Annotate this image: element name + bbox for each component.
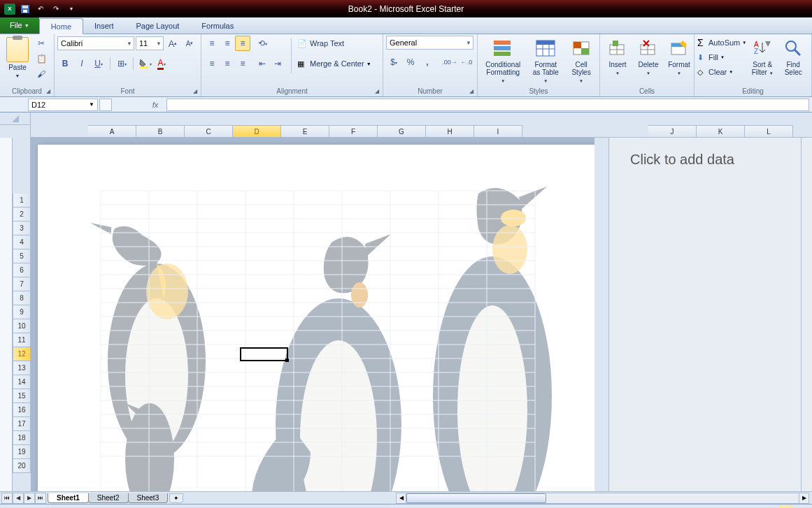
column-header-A[interactable]: A bbox=[88, 125, 136, 138]
column-header-G[interactable]: G bbox=[378, 125, 426, 138]
increase-decimal-icon[interactable]: .00→ bbox=[442, 55, 457, 70]
row-header-10[interactable]: 10 bbox=[13, 319, 31, 333]
number-launcher-icon[interactable]: ◢ bbox=[467, 87, 476, 95]
autosum-button[interactable]: Σ AutoSum▼ bbox=[697, 36, 746, 50]
formula-input[interactable] bbox=[166, 99, 809, 111]
shrink-font-icon[interactable]: A▾ bbox=[182, 36, 197, 51]
font-launcher-icon[interactable]: ◢ bbox=[191, 87, 199, 95]
normal-view-icon[interactable]: ▦ bbox=[763, 506, 777, 509]
sort-filter-button[interactable]: AZ Sort &Filter ▼ bbox=[748, 36, 777, 78]
column-header-H[interactable]: H bbox=[426, 125, 474, 138]
save-icon[interactable] bbox=[18, 2, 32, 16]
number-format-combo[interactable]: General▼ bbox=[386, 36, 473, 50]
column-header-D[interactable]: D bbox=[233, 125, 281, 138]
column-header-E[interactable]: E bbox=[281, 125, 329, 138]
clipboard-launcher-icon[interactable]: ◢ bbox=[44, 87, 52, 95]
cell-styles-button[interactable]: CellStyles ▼ bbox=[566, 36, 597, 85]
wrap-text-button[interactable]: 📄 Wrap Text bbox=[297, 36, 371, 51]
underline-button[interactable]: U▾ bbox=[91, 56, 106, 71]
row-header-17[interactable]: 17 bbox=[13, 417, 31, 431]
page-layout-view-icon[interactable]: ▤ bbox=[778, 506, 792, 509]
align-center-icon[interactable]: ≡ bbox=[220, 56, 235, 71]
align-top-icon[interactable]: ≡ bbox=[204, 36, 220, 51]
page-break-view-icon[interactable]: ▧ bbox=[794, 506, 808, 509]
font-name-combo[interactable]: Calibri▼ bbox=[57, 36, 134, 50]
worksheet-area[interactable] bbox=[31, 138, 594, 491]
format-as-table-button[interactable]: Formatas Table ▼ bbox=[527, 36, 564, 85]
column-header-C[interactable]: C bbox=[185, 125, 233, 138]
row-header-9[interactable]: 9 bbox=[13, 305, 31, 319]
qat-customize-icon[interactable]: ▾ bbox=[64, 2, 78, 16]
align-right-icon[interactable]: ≡ bbox=[235, 56, 250, 71]
tab-home[interactable]: Home bbox=[39, 18, 83, 34]
italic-button[interactable]: I bbox=[74, 56, 90, 71]
vertical-scrollbar[interactable] bbox=[801, 138, 812, 491]
alignment-launcher-icon[interactable]: ◢ bbox=[373, 87, 381, 95]
last-sheet-icon[interactable]: ⏭ bbox=[35, 493, 46, 504]
new-sheet-button[interactable]: ✦ bbox=[169, 493, 183, 503]
row-header-6[interactable]: 6 bbox=[13, 263, 31, 277]
select-all-corner[interactable] bbox=[0, 113, 31, 125]
cut-icon[interactable]: ✂ bbox=[34, 36, 49, 51]
align-left-icon[interactable]: ≡ bbox=[204, 56, 220, 71]
row-header-16[interactable]: 16 bbox=[13, 403, 31, 417]
selected-cell[interactable] bbox=[240, 347, 288, 361]
find-select-button[interactable]: FindSelec bbox=[778, 36, 808, 78]
format-painter-icon[interactable]: 🖌 bbox=[34, 66, 49, 82]
font-color-icon[interactable]: A▾ bbox=[154, 56, 169, 71]
comma-icon[interactable]: , bbox=[420, 55, 435, 70]
format-cells-button[interactable]: Format▼ bbox=[664, 36, 694, 78]
column-header-L[interactable]: L bbox=[745, 125, 793, 138]
copy-icon[interactable]: 📋 bbox=[34, 51, 49, 66]
excel-app-icon[interactable]: X bbox=[3, 2, 17, 16]
column-header-B[interactable]: B bbox=[136, 125, 185, 138]
tab-insert[interactable]: Insert bbox=[83, 17, 125, 34]
first-sheet-icon[interactable]: ⏮ bbox=[1, 493, 13, 504]
row-header-7[interactable]: 7 bbox=[13, 277, 31, 291]
conditional-formatting-button[interactable]: ConditionalFormatting ▼ bbox=[480, 36, 525, 85]
redo-icon[interactable]: ↷ bbox=[49, 2, 63, 16]
next-sheet-icon[interactable]: ▶ bbox=[24, 493, 35, 504]
fill-button[interactable]: ⬇ Fill▼ bbox=[697, 50, 746, 64]
fx-button[interactable]: fx bbox=[147, 99, 164, 111]
row-header-3[interactable]: 3 bbox=[13, 222, 31, 235]
column-header-J[interactable]: J bbox=[648, 125, 697, 138]
sheet-tab-sheet2[interactable]: Sheet2 bbox=[88, 493, 129, 503]
paste-button[interactable]: Paste▼ bbox=[3, 36, 32, 80]
sheet-tab-sheet1[interactable]: Sheet1 bbox=[48, 493, 89, 503]
column-header-F[interactable]: F bbox=[329, 125, 378, 138]
horizontal-scrollbar[interactable]: ◀ ▶ bbox=[396, 493, 809, 504]
decrease-decimal-icon[interactable]: ←.0 bbox=[459, 55, 474, 70]
row-header-5[interactable]: 5 bbox=[13, 249, 31, 263]
row-header-1[interactable]: 1 bbox=[13, 194, 31, 208]
tab-page-layout[interactable]: Page Layout bbox=[125, 17, 191, 34]
bold-button[interactable]: B bbox=[57, 56, 73, 71]
align-bottom-icon[interactable]: ≡ bbox=[235, 36, 250, 51]
row-header-18[interactable]: 18 bbox=[13, 431, 31, 445]
row-header-11[interactable]: 11 bbox=[13, 333, 31, 347]
font-size-combo[interactable]: 11▼ bbox=[136, 36, 164, 50]
undo-icon[interactable]: ↶ bbox=[34, 2, 48, 16]
add-data-prompt[interactable]: Click to add data bbox=[630, 152, 801, 168]
orientation-icon[interactable]: ⟲▾ bbox=[255, 36, 270, 51]
accounting-format-icon[interactable]: $▾ bbox=[386, 55, 401, 70]
row-header-14[interactable]: 14 bbox=[13, 375, 31, 389]
merge-center-button[interactable]: ▦ Merge & Center ▼ bbox=[297, 56, 371, 71]
row-header-20[interactable]: 20 bbox=[13, 459, 31, 473]
grow-font-icon[interactable]: A▴ bbox=[165, 36, 180, 51]
row-header-2[interactable]: 2 bbox=[13, 208, 31, 222]
column-header-I[interactable]: I bbox=[474, 125, 522, 138]
row-header-19[interactable]: 19 bbox=[13, 445, 31, 459]
row-header-4[interactable]: 4 bbox=[13, 235, 31, 249]
decrease-indent-icon[interactable]: ⇤ bbox=[255, 56, 270, 71]
insert-cells-button[interactable]: Insert▼ bbox=[603, 36, 632, 78]
row-header-15[interactable]: 15 bbox=[13, 389, 31, 403]
row-header-8[interactable]: 8 bbox=[13, 291, 31, 305]
row-header-13[interactable]: 13 bbox=[13, 361, 31, 375]
tab-formulas[interactable]: Formulas bbox=[190, 17, 245, 34]
name-box[interactable]: D12▼ bbox=[28, 99, 98, 111]
sheet-tab-sheet3[interactable]: Sheet3 bbox=[128, 493, 169, 503]
percent-icon[interactable]: % bbox=[403, 55, 418, 70]
column-header-K[interactable]: K bbox=[697, 125, 745, 138]
side-panel[interactable]: Click to add data bbox=[608, 138, 808, 491]
